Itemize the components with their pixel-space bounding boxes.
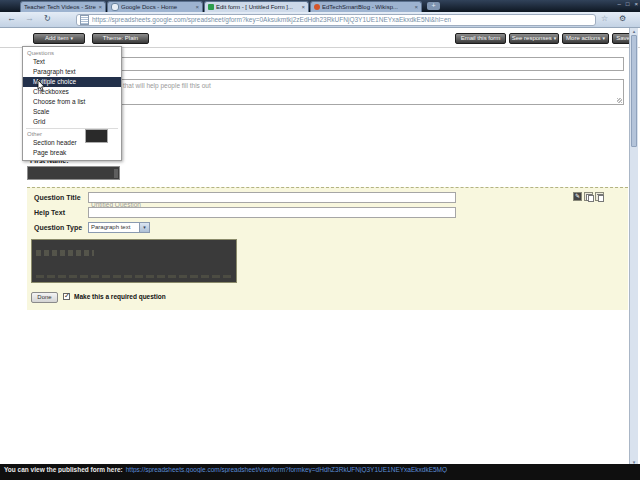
resize-handle[interactable] <box>617 98 622 103</box>
question-type-value: Paragraph text <box>89 223 139 232</box>
duplicate-glyph <box>588 195 594 202</box>
address-bar[interactable]: https://spreadsheets.google.com/spreadsh… <box>76 14 596 26</box>
first-name-input[interactable] <box>27 166 120 180</box>
menu-item-text[interactable]: Text <box>23 57 121 67</box>
menu-section-header: Questions <box>23 49 121 57</box>
bookmark-star-icon[interactable]: ☆ <box>601 12 608 25</box>
trash-lid <box>597 194 603 195</box>
menu-item-grid[interactable]: Grid <box>23 117 121 127</box>
menu-item-scale[interactable]: Scale <box>23 107 121 117</box>
status-bar: You can view the published form here: ht… <box>0 464 640 480</box>
chevron-down-icon: ▾ <box>602 34 605 43</box>
tab-teacher-tech-videos[interactable]: Teacher Tech Videos - Stre... × <box>20 1 106 12</box>
close-window-button[interactable]: × <box>634 0 638 9</box>
back-button[interactable]: ← <box>7 12 16 25</box>
help-text-label: Help Text <box>34 209 65 216</box>
question-editor-panel: Question Title Untitled Question ✎ Help … <box>27 187 628 310</box>
question-title-label: Question Title <box>34 194 81 201</box>
paragraph-answer-textarea[interactable] <box>31 239 237 283</box>
tab-title: EdTechSmartBlog - Wikisp... <box>322 4 412 10</box>
url-text: https://spreadsheets.google.com/spreadsh… <box>92 15 451 25</box>
save-label: Save <box>616 34 630 43</box>
textarea-faint-text <box>36 275 232 278</box>
see-responses-button[interactable]: See responses ▾ <box>509 33 559 44</box>
close-icon[interactable]: × <box>414 4 418 10</box>
theme-label: Theme: Plain <box>103 34 138 43</box>
required-label: Make this a required question <box>74 293 166 300</box>
scrollbar-thumb[interactable] <box>631 35 637 147</box>
question-type-select[interactable]: Paragraph text ▾ <box>88 222 150 233</box>
tab-title: Teacher Tech Videos - Stre... <box>24 4 96 10</box>
more-actions-label: More actions <box>566 34 600 43</box>
browser-toolbar: ← → ↻ https://spreadsheets.google.com/sp… <box>0 12 640 28</box>
status-text: You can view the published form here: <box>4 466 123 473</box>
docs-favicon-icon <box>111 3 119 11</box>
mouse-cursor <box>37 80 46 92</box>
scroll-up-icon[interactable]: ▴ <box>630 28 638 34</box>
tab-edtech-blog[interactable]: EdTechSmartBlog - Wikisp... × <box>310 1 422 12</box>
chevron-down-icon: ▾ <box>71 34 74 43</box>
tab-edit-form-active[interactable]: Edit form - [ Untitled Form ]... × <box>204 1 309 12</box>
done-button[interactable]: Done <box>31 292 58 303</box>
close-icon[interactable]: × <box>301 4 305 10</box>
edit-pencil-icon[interactable]: ✎ <box>573 192 582 201</box>
add-item-button[interactable]: Add item ▾ <box>33 33 85 44</box>
new-tab-button[interactable]: + <box>427 2 440 10</box>
see-responses-label: See responses <box>512 34 552 43</box>
chevron-down-icon: ▾ <box>554 34 557 43</box>
forward-button[interactable]: → <box>25 12 34 25</box>
add-item-label: Add item <box>45 34 69 43</box>
wrench-menu-icon[interactable]: ⚙ <box>619 12 626 25</box>
published-form-link[interactable]: https://spreadsheets.google.com/spreadsh… <box>126 466 447 473</box>
tab-strip: Teacher Tech Videos - Stre... × Google D… <box>0 0 640 12</box>
check-icon: ✓ <box>64 292 70 300</box>
menu-item-choose-from-list[interactable]: Choose from a list <box>23 97 121 107</box>
reload-button[interactable]: ↻ <box>44 12 51 25</box>
minimize-button[interactable]: – <box>618 0 621 9</box>
required-checkbox[interactable]: ✓ <box>63 293 70 300</box>
question-type-label: Question Type <box>34 224 82 231</box>
tab-title: Google Docs - Home <box>121 4 193 10</box>
more-actions-button[interactable]: More actions ▾ <box>562 33 609 44</box>
tab-google-docs-home[interactable]: Google Docs - Home × <box>107 1 203 12</box>
email-label: Email this form <box>461 34 501 43</box>
vertical-scrollbar[interactable]: ▴ ▾ <box>629 28 638 465</box>
trash-glyph <box>598 195 604 202</box>
help-text-input[interactable] <box>88 207 456 218</box>
close-icon[interactable]: × <box>195 4 199 10</box>
tab-title: Edit form - [ Untitled Form ]... <box>216 4 299 10</box>
menu-item-paragraph-text[interactable]: Paragraph text <box>23 67 121 77</box>
email-form-button[interactable]: Email this form <box>455 33 506 44</box>
delete-trash-icon[interactable] <box>595 192 604 201</box>
theme-button[interactable]: Theme: Plain <box>92 33 149 44</box>
select-arrow-icon: ▾ <box>139 223 149 232</box>
maximize-button[interactable]: □ <box>626 0 630 9</box>
textarea-faint-text <box>36 250 94 256</box>
menu-item-page-break[interactable]: Page break <box>23 148 121 158</box>
page-icon <box>80 15 89 25</box>
dark-selection-artifact <box>85 129 108 143</box>
browser-window: Teacher Tech Videos - Stre... × Google D… <box>0 0 640 480</box>
input-handle <box>114 169 118 178</box>
add-item-menu: Questions Text Paragraph text Multiple c… <box>22 46 122 161</box>
close-icon[interactable]: × <box>98 4 102 10</box>
form-favicon-icon <box>208 4 214 10</box>
window-controls: – □ × <box>618 0 638 9</box>
duplicate-icon[interactable] <box>584 192 593 201</box>
question-title-input[interactable]: Untitled Question <box>88 192 456 203</box>
blog-favicon-icon <box>314 4 320 10</box>
